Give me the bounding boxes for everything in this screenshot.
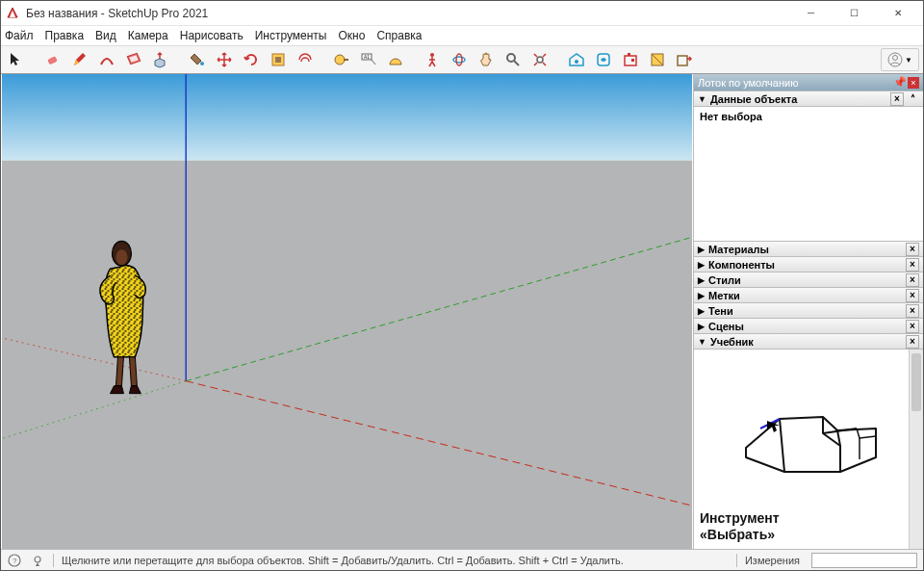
svg-point-11 bbox=[453, 57, 465, 63]
panel-styles-header[interactable]: ▶ Стили × bbox=[694, 272, 923, 288]
protractor-tool-icon[interactable] bbox=[384, 48, 407, 71]
select-tool-icon[interactable] bbox=[5, 48, 28, 71]
tray-title[interactable]: Лоток по умолчанию 📌 × bbox=[694, 74, 923, 91]
panel-close-icon[interactable]: × bbox=[890, 92, 904, 106]
menu-view[interactable]: Вид bbox=[95, 29, 116, 42]
panel-close-icon[interactable]: × bbox=[906, 304, 919, 318]
svg-point-35 bbox=[116, 249, 127, 265]
svg-rect-7 bbox=[344, 59, 348, 61]
panel-up-icon[interactable]: ˄ bbox=[906, 92, 919, 106]
menu-edit[interactable]: Правка bbox=[45, 29, 85, 42]
paint-bucket-tool-icon[interactable] bbox=[186, 48, 209, 71]
instructor-illustration bbox=[700, 355, 917, 510]
panel-materials-label: Материалы bbox=[708, 244, 769, 255]
collapse-arrow-icon: ▼ bbox=[698, 94, 706, 104]
instructor-title: Инструмент «Выбрать» bbox=[700, 510, 917, 543]
panel-scenes-header[interactable]: ▶ Сцены × bbox=[694, 318, 923, 334]
scale-tool-icon[interactable] bbox=[267, 48, 290, 71]
warehouse-icon[interactable] bbox=[565, 48, 588, 71]
svg-rect-28 bbox=[2, 161, 692, 549]
extension-warehouse-icon[interactable] bbox=[592, 48, 615, 71]
panel-instructor-body: Инструмент «Выбрать» bbox=[694, 350, 923, 549]
geolocation-icon[interactable] bbox=[30, 553, 45, 568]
panel-instructor-label: Учебник bbox=[710, 336, 754, 348]
panel-close-icon[interactable]: × bbox=[906, 320, 919, 333]
menu-camera[interactable]: Камера bbox=[128, 29, 168, 42]
panel-tags-label: Метки bbox=[708, 290, 740, 301]
help-icon[interactable]: ? bbox=[7, 553, 22, 568]
panel-instructor-header[interactable]: ▼ Учебник × bbox=[694, 333, 923, 350]
maximize-button[interactable]: ☐ bbox=[833, 2, 876, 25]
panel-tags-header[interactable]: ▶ Метки × bbox=[694, 287, 923, 303]
move-tool-icon[interactable] bbox=[213, 48, 236, 71]
text-tool-icon[interactable]: A1 bbox=[357, 48, 380, 71]
svg-rect-16 bbox=[625, 56, 636, 65]
send-icon[interactable] bbox=[673, 48, 696, 71]
eraser-tool-icon[interactable] bbox=[41, 48, 64, 71]
svg-text:?: ? bbox=[13, 557, 17, 565]
user-account-button[interactable]: ▼ bbox=[881, 48, 919, 71]
svg-point-12 bbox=[456, 54, 462, 65]
collapse-arrow-icon: ▼ bbox=[698, 337, 706, 347]
push-pull-tool-icon[interactable] bbox=[149, 48, 172, 71]
svg-rect-2 bbox=[47, 56, 58, 65]
close-button[interactable]: ✕ bbox=[876, 2, 919, 25]
panel-close-icon[interactable]: × bbox=[906, 335, 919, 349]
tray-title-label: Лоток по умолчанию bbox=[698, 77, 798, 89]
svg-point-15 bbox=[575, 60, 578, 64]
svg-point-3 bbox=[200, 62, 204, 65]
entity-info-noselect: Нет выбора bbox=[700, 111, 762, 122]
svg-rect-18 bbox=[631, 59, 634, 62]
zoom-tool-icon[interactable] bbox=[501, 48, 525, 71]
svg-point-6 bbox=[335, 55, 345, 65]
panel-close-icon[interactable]: × bbox=[906, 289, 919, 302]
menu-tools[interactable]: Инструменты bbox=[255, 29, 327, 42]
menubar: Файл Правка Вид Камера Нарисовать Инстру… bbox=[1, 26, 923, 45]
orbit-tool-icon[interactable] bbox=[448, 48, 471, 71]
expand-arrow-icon: ▶ bbox=[698, 260, 705, 270]
app-icon bbox=[5, 6, 20, 21]
offset-tool-icon[interactable] bbox=[294, 48, 317, 71]
menu-help[interactable]: Справка bbox=[376, 29, 422, 42]
svg-point-22 bbox=[893, 56, 898, 61]
svg-rect-5 bbox=[275, 57, 281, 63]
expand-arrow-icon: ▶ bbox=[698, 322, 705, 331]
panel-components-header[interactable]: ▶ Компоненты × bbox=[694, 256, 923, 273]
instructor-scrollbar[interactable] bbox=[909, 350, 923, 549]
rotate-tool-icon[interactable] bbox=[240, 48, 263, 71]
expand-arrow-icon: ▶ bbox=[698, 291, 705, 300]
app-window: Без названия - SketchUp Pro 2021 ─ ☐ ✕ Ф… bbox=[0, 0, 924, 571]
layout-icon[interactable] bbox=[646, 48, 669, 71]
panel-shadows-header[interactable]: ▶ Тени × bbox=[694, 302, 923, 319]
menu-window[interactable]: Окно bbox=[338, 29, 365, 42]
tape-measure-tool-icon[interactable] bbox=[330, 48, 353, 71]
menu-file[interactable]: Файл bbox=[5, 29, 34, 42]
arc-tool-icon[interactable] bbox=[95, 48, 118, 71]
panel-close-icon[interactable]: × bbox=[906, 273, 919, 287]
panel-entity-info-label: Данные объекта bbox=[710, 93, 797, 105]
panel-close-icon[interactable]: × bbox=[906, 243, 919, 256]
menu-draw[interactable]: Нарисовать bbox=[180, 29, 244, 42]
svg-text:A1: A1 bbox=[364, 54, 370, 60]
panel-scenes-label: Сцены bbox=[708, 321, 744, 332]
panel-materials-header[interactable]: ▶ Материалы × bbox=[694, 241, 923, 257]
pin-icon[interactable]: 📌 bbox=[894, 77, 906, 89]
pencil-tool-icon[interactable] bbox=[68, 48, 91, 71]
measurements-label: Измерения bbox=[745, 555, 800, 566]
viewport-canvas[interactable] bbox=[1, 74, 693, 549]
svg-point-13 bbox=[507, 54, 515, 62]
default-tray: Лоток по умолчанию 📌 × ▼ Данные объекта … bbox=[694, 74, 923, 549]
walk-tool-icon[interactable] bbox=[421, 48, 444, 71]
zoom-extents-tool-icon[interactable] bbox=[528, 48, 552, 71]
measurements-input[interactable] bbox=[811, 553, 917, 568]
extension-manager-icon[interactable] bbox=[619, 48, 642, 71]
minimize-button[interactable]: ─ bbox=[789, 2, 833, 25]
panel-shadows-label: Тени bbox=[708, 305, 733, 317]
panel-entity-info-header[interactable]: ▼ Данные объекта × ˄ bbox=[694, 91, 923, 107]
panel-close-icon[interactable]: × bbox=[906, 258, 919, 272]
tray-close-icon[interactable]: × bbox=[908, 77, 919, 89]
instructor-title-line2: «Выбрать» bbox=[700, 527, 917, 543]
rectangle-tool-icon[interactable] bbox=[122, 48, 145, 71]
viewport[interactable] bbox=[1, 74, 694, 549]
pan-tool-icon[interactable] bbox=[475, 48, 498, 71]
